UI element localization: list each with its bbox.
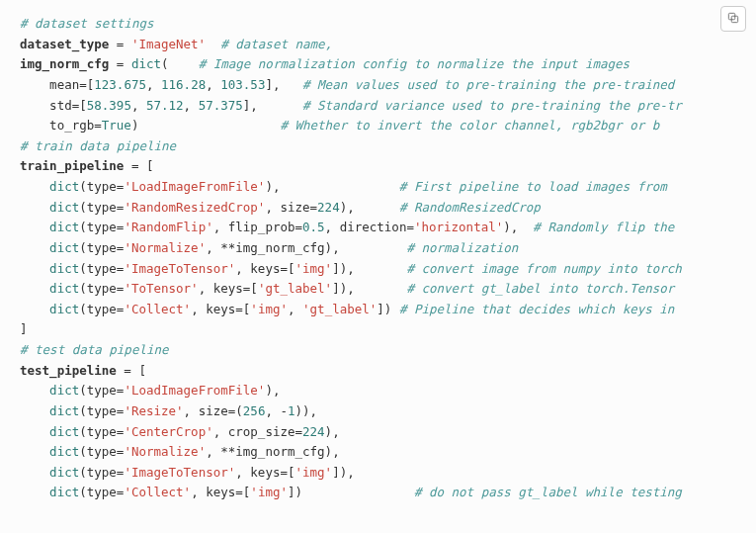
code-token: 'CenterCrop'	[124, 424, 212, 439]
code-line: dict(type='ImageToTensor', keys=['img'])…	[20, 261, 682, 276]
code-token: img_norm_cfg	[20, 56, 109, 71]
code-block: # dataset settings dataset_type = 'Image…	[0, 0, 756, 517]
code-token: keys	[213, 281, 243, 296]
code-token: ]),	[332, 281, 406, 296]
code-line: dict(type='LoadImageFromFile'),	[20, 383, 280, 398]
copy-button[interactable]	[720, 6, 746, 32]
code-token: 103.53	[220, 77, 265, 92]
code-token: 'Normalize'	[124, 444, 206, 459]
code-line: dict(type='RandomFlip', flip_prob=0.5, d…	[20, 220, 674, 234]
code-line: img_norm_cfg = dict( # Image normalizati…	[20, 56, 630, 71]
code-token: 58.395	[87, 98, 131, 113]
code-token: =(	[228, 403, 243, 418]
code-line: # dataset settings	[20, 16, 153, 31]
code-token: 'img'	[250, 302, 288, 316]
code-token: (	[79, 485, 87, 499]
code-token: (	[79, 200, 87, 215]
code-token: ,	[184, 98, 199, 113]
code-token	[20, 261, 49, 276]
code-token: 123.675	[94, 77, 146, 92]
code-token: =	[295, 424, 303, 439]
code-token: ,	[206, 77, 220, 92]
code-token: 'RandomFlip'	[124, 220, 212, 234]
code-token: =[	[72, 98, 87, 113]
code-line: ]	[20, 321, 28, 336]
code-token: ,	[213, 424, 228, 439]
code-token: (	[79, 179, 87, 194]
code-token: dict	[49, 200, 79, 215]
code-line: # train data pipeline	[20, 138, 176, 153]
code-token: ),	[340, 200, 399, 215]
code-token	[20, 77, 49, 92]
code-token: keys	[250, 465, 280, 480]
code-token: dict	[49, 383, 79, 398]
code-token: ]),	[332, 261, 406, 276]
code-token: (	[79, 465, 87, 480]
code-token: =	[94, 118, 102, 133]
code-token: flip_prob	[228, 220, 295, 234]
code-token: (	[79, 424, 87, 439]
code-token: ,	[131, 98, 146, 113]
code-token: mean	[49, 77, 79, 92]
code-token: 'horizontal'	[414, 220, 503, 234]
code-token: ,	[235, 261, 250, 276]
code-token: 'LoadImageFromFile'	[124, 179, 265, 194]
code-token: dict	[49, 465, 79, 480]
code-token: test_pipeline	[20, 363, 117, 378]
code-line: train_pipeline = [	[20, 158, 153, 173]
code-token: keys	[206, 485, 235, 499]
code-line: test_pipeline = [	[20, 363, 146, 378]
code-token: ,	[265, 200, 280, 215]
code-token: ),	[325, 424, 340, 439]
code-token	[20, 302, 49, 316]
code-token: dict	[49, 444, 79, 459]
code-token: # train data pipeline	[20, 138, 176, 153]
code-line: mean=[123.675, 116.28, 103.53], # Mean v…	[20, 77, 674, 92]
code-token: 'ToTensor'	[124, 281, 198, 296]
code-token: 224	[317, 200, 340, 215]
code-token: 57.12	[146, 98, 184, 113]
code-token: 57.375	[199, 98, 243, 113]
code-token: (	[79, 281, 87, 296]
code-token: size	[199, 403, 228, 418]
code-token: keys	[250, 261, 280, 276]
code-token: type	[87, 444, 117, 459]
code-line: dict(type='Normalize', **img_norm_cfg), …	[20, 240, 518, 255]
code-token: # do not pass gt_label while testing	[414, 485, 682, 499]
code-token: ),	[265, 383, 280, 398]
code-token: ]	[20, 321, 28, 336]
code-token: type	[87, 465, 117, 480]
code-token: ),	[325, 444, 340, 459]
code-token: 'img'	[250, 485, 288, 499]
code-token: type	[87, 240, 117, 255]
code-token: (	[79, 220, 87, 234]
code-token: (	[79, 261, 87, 276]
code-token: # test data pipeline	[20, 342, 169, 357]
code-token	[20, 118, 49, 133]
code-token: =[	[243, 281, 258, 296]
code-token: 'ImageToTensor'	[124, 261, 235, 276]
code-token: 'img'	[295, 465, 333, 480]
code-token	[206, 37, 220, 51]
code-line: dict(type='LoadImageFromFile'), # First …	[20, 179, 667, 194]
code-token: # Mean values used to pre-training the p…	[302, 77, 674, 92]
code-token	[20, 220, 49, 234]
code-token: =	[406, 220, 414, 234]
code-token: ,	[199, 281, 213, 296]
code-token: ])	[377, 302, 399, 316]
code-token: = [	[117, 363, 146, 378]
code-token: 'Resize'	[124, 403, 183, 418]
code-token: ]),	[332, 465, 355, 480]
code-token: 256	[243, 403, 266, 418]
code-token: (	[79, 383, 87, 398]
code-token: type	[87, 403, 117, 418]
code-token: 'gt_label'	[258, 281, 332, 296]
code-token: , **	[206, 444, 235, 459]
code-token: True	[102, 118, 131, 133]
code-token: )),	[295, 403, 318, 418]
code-token	[20, 240, 49, 255]
code-token: (	[79, 403, 87, 418]
code-token: 'img'	[295, 261, 333, 276]
code-token: # convert gt_label into torch.Tensor	[406, 281, 674, 296]
code-token: ),	[265, 179, 398, 194]
